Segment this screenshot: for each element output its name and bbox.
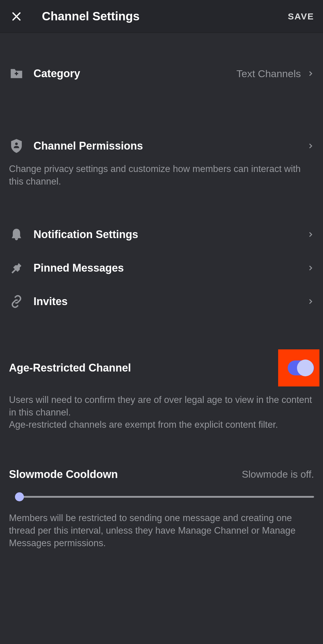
permissions-description: Change privacy settings and customize ho… <box>9 163 314 191</box>
age-restricted-label: Age-Restricted Channel <box>9 362 131 374</box>
svg-rect-3 <box>16 72 17 75</box>
slowmode-label: Slowmode Cooldown <box>9 468 118 481</box>
slowmode-slider[interactable] <box>9 488 314 506</box>
pin-icon <box>9 261 24 275</box>
category-value: Text Channels <box>237 68 301 80</box>
slider-track <box>18 496 314 498</box>
pinned-messages-label: Pinned Messages <box>33 262 124 274</box>
age-restricted-toggle[interactable] <box>288 360 314 375</box>
save-button[interactable]: SAVE <box>288 11 314 22</box>
notification-settings-row[interactable]: Notification Settings <box>9 218 314 251</box>
chevron-right-icon <box>307 298 314 305</box>
folder-plus-icon <box>9 66 24 81</box>
pinned-messages-row[interactable]: Pinned Messages <box>9 251 314 285</box>
close-icon <box>10 10 22 22</box>
chevron-right-icon <box>307 70 314 77</box>
invites-row[interactable]: Invites <box>9 285 314 318</box>
link-icon <box>9 294 24 309</box>
svg-point-4 <box>15 142 18 145</box>
channel-permissions-row[interactable]: Channel Permissions <box>9 129 314 163</box>
notification-settings-label: Notification Settings <box>33 228 138 241</box>
channel-permissions-label: Channel Permissions <box>33 140 143 152</box>
chevron-right-icon <box>307 231 314 238</box>
category-row[interactable]: Category Text Channels <box>9 57 314 90</box>
invites-label: Invites <box>33 295 68 308</box>
slider-thumb[interactable] <box>15 492 24 501</box>
slowmode-status: Slowmode is off. <box>242 469 314 480</box>
bell-icon <box>9 227 24 242</box>
shield-person-icon <box>9 138 24 153</box>
chevron-right-icon <box>307 142 314 150</box>
slowmode-description: Members will be restricted to sending on… <box>9 512 314 552</box>
age-restricted-description: Users will need to confirm they are of o… <box>9 394 314 434</box>
category-label: Category <box>33 67 80 80</box>
slowmode-row: Slowmode Cooldown Slowmode is off. <box>9 464 314 485</box>
age-restricted-row: Age-Restricted Channel <box>9 351 314 385</box>
chevron-right-icon <box>307 264 314 272</box>
header: Channel Settings SAVE <box>0 0 323 33</box>
page-title: Channel Settings <box>42 10 140 23</box>
toggle-knob <box>297 360 314 376</box>
close-button[interactable] <box>9 9 24 24</box>
